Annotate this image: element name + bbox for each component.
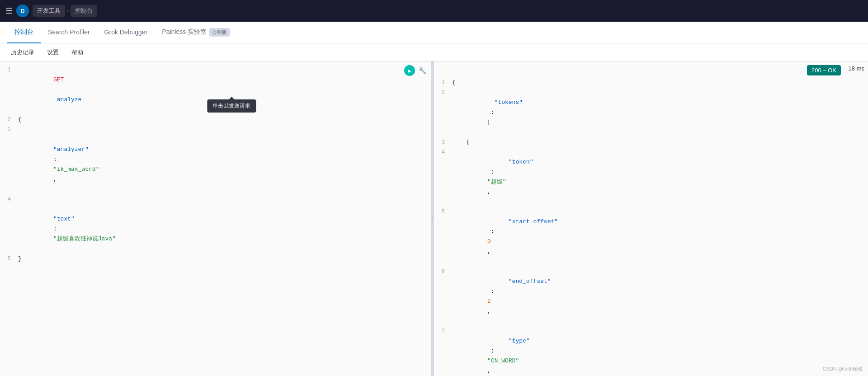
- breadcrumb: 开发工具 › 控制台: [33, 5, 97, 17]
- resp-line-3: 3 {: [434, 137, 868, 147]
- time-badge: 18 ms: [849, 65, 864, 72]
- resp-line-5: 5 "start_offset" : 0 ,: [434, 207, 868, 267]
- main-content: 1 GET _analyze 2 { 3 "analyzer" :: [0, 61, 868, 376]
- history-button[interactable]: 历史记录: [7, 47, 38, 58]
- editor-actions: ▶ 🔧: [404, 65, 426, 76]
- resizer-icon: ⋮: [429, 216, 434, 222]
- editor-line-1: 1 GET _analyze: [0, 65, 434, 115]
- status-badge: 200 – OK: [807, 65, 841, 75]
- breadcrumb-separator: ›: [67, 8, 69, 14]
- editor-line-4: 4 "text" : "超级喜欢狂神说Java": [0, 194, 434, 254]
- editor-panel: 1 GET _analyze 2 { 3 "analyzer" :: [0, 61, 434, 376]
- resp-line-7: 7 "type" : "CN_WORD" ,: [434, 326, 868, 376]
- tab-console[interactable]: 控制台: [7, 22, 41, 43]
- resp-line-2: 2 "tokens" : [: [434, 88, 868, 137]
- painless-badge: 公测版: [209, 28, 230, 37]
- run-button[interactable]: ▶: [404, 65, 415, 76]
- tab-grok-debugger[interactable]: Grok Debugger: [97, 22, 155, 43]
- breadcrumb-item-devtools[interactable]: 开发工具: [33, 5, 65, 17]
- tab-painless[interactable]: Painless 实验室 公测版: [155, 22, 237, 43]
- breadcrumb-item-console[interactable]: 控制台: [71, 5, 97, 17]
- resp-line-4: 4 "token" : "超级" ,: [434, 147, 868, 207]
- toolbar: 历史记录 设置 帮助: [0, 43, 868, 61]
- wrench-icon[interactable]: 🔧: [419, 67, 426, 74]
- nav-tabs: 控制台 Search Profiler Grok Debugger Painle…: [0, 22, 868, 43]
- panel-resizer[interactable]: ⋮: [431, 61, 434, 376]
- code-editor[interactable]: 1 GET _analyze 2 { 3 "analyzer" :: [0, 61, 434, 376]
- resp-line-1: 1 {: [434, 78, 868, 88]
- watermark: CSDN @faith瑞诚: [823, 366, 863, 372]
- hamburger-icon[interactable]: ☰: [5, 6, 13, 16]
- response-panel: 200 – OK 18 ms 1 { 2 "tokens" : [ 3 {: [434, 61, 868, 376]
- resp-line-6: 6 "end_offset" : 2 ,: [434, 267, 868, 326]
- editor-line-5: 5 }: [0, 254, 434, 264]
- avatar: D: [16, 5, 29, 17]
- editor-line-3: 3 "analyzer" : "ik_max_word" ,: [0, 125, 434, 194]
- top-bar: ☰ D 开发工具 › 控制台: [0, 0, 868, 22]
- editor-line-2: 2 {: [0, 115, 434, 125]
- tab-search-profiler[interactable]: Search Profiler: [41, 22, 97, 43]
- help-button[interactable]: 帮助: [68, 47, 87, 58]
- settings-button[interactable]: 设置: [43, 47, 62, 58]
- response-editor[interactable]: 1 { 2 "tokens" : [ 3 { 4 "token": [434, 61, 868, 376]
